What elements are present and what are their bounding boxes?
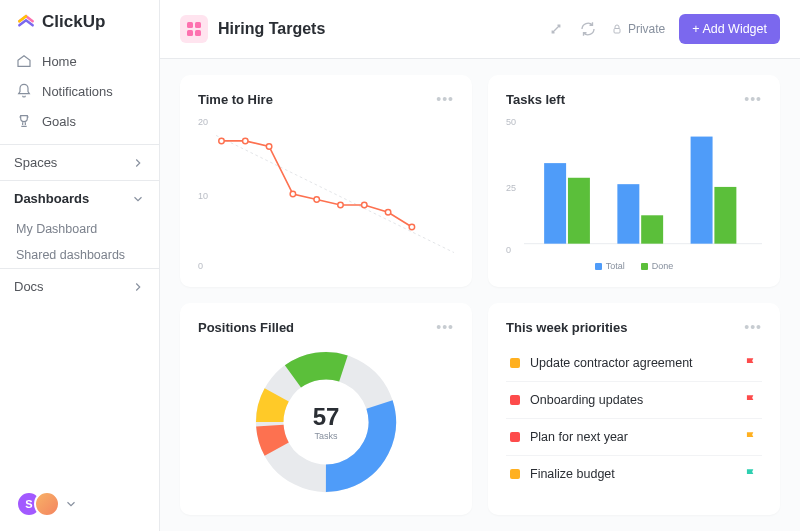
list-item[interactable]: Finalize budget bbox=[506, 456, 762, 492]
card-menu-icon[interactable]: ••• bbox=[744, 319, 762, 335]
svg-point-9 bbox=[385, 210, 390, 215]
avatar bbox=[34, 491, 60, 517]
page-title: Hiring Targets bbox=[218, 20, 325, 38]
card-positions-filled: Positions Filled ••• 57 Tasks bbox=[180, 303, 472, 515]
section-docs-label: Docs bbox=[14, 279, 44, 294]
chevron-down-icon bbox=[64, 497, 78, 511]
y-tick: 0 bbox=[506, 245, 511, 255]
donut-chart: 57 Tasks bbox=[198, 345, 454, 499]
brand-logo[interactable]: ClickUp bbox=[0, 0, 159, 46]
svg-point-7 bbox=[338, 202, 343, 207]
refresh-icon[interactable] bbox=[579, 20, 597, 38]
status-square-icon bbox=[510, 395, 520, 405]
svg-rect-15 bbox=[641, 215, 663, 243]
chevron-right-icon bbox=[131, 156, 145, 170]
card-title: Tasks left bbox=[506, 92, 565, 107]
chevron-down-icon bbox=[131, 192, 145, 206]
card-title: Time to Hire bbox=[198, 92, 273, 107]
section-dashboards-header[interactable]: Dashboards bbox=[0, 181, 159, 216]
list-item[interactable]: Plan for next year bbox=[506, 419, 762, 456]
svg-point-8 bbox=[362, 202, 367, 207]
priority-label: Onboarding updates bbox=[530, 393, 643, 407]
svg-rect-14 bbox=[617, 184, 639, 244]
section-dashboards-label: Dashboards bbox=[14, 191, 89, 206]
chart-legend: Total Done bbox=[506, 261, 762, 271]
card-menu-icon[interactable]: ••• bbox=[744, 91, 762, 107]
svg-point-6 bbox=[314, 197, 319, 202]
chevron-right-icon bbox=[131, 280, 145, 294]
legend-item: Done bbox=[641, 261, 674, 271]
sidebar-item-shared-dashboards[interactable]: Shared dashboards bbox=[0, 242, 159, 268]
nav-goals-label: Goals bbox=[42, 114, 76, 129]
svg-rect-0 bbox=[614, 29, 620, 34]
sidebar-item-my-dashboard[interactable]: My Dashboard bbox=[0, 216, 159, 242]
list-item[interactable]: Onboarding updates bbox=[506, 382, 762, 419]
bar-chart: 50 25 0 bbox=[506, 117, 762, 255]
nav-goals[interactable]: Goals bbox=[0, 106, 159, 136]
nav-notifications-label: Notifications bbox=[42, 84, 113, 99]
y-tick: 0 bbox=[198, 261, 203, 271]
trophy-icon bbox=[16, 113, 32, 129]
card-title: This week priorities bbox=[506, 320, 627, 335]
privacy-indicator[interactable]: Private bbox=[611, 22, 665, 36]
top-actions: Private + Add Widget bbox=[547, 14, 780, 44]
dashboard-icon bbox=[180, 15, 208, 43]
flag-icon bbox=[744, 393, 758, 407]
svg-line-1 bbox=[216, 135, 454, 252]
card-priorities: This week priorities ••• Update contract… bbox=[488, 303, 780, 515]
priority-label: Finalize budget bbox=[530, 467, 615, 481]
line-chart: 20 10 0 bbox=[198, 117, 454, 271]
status-square-icon bbox=[510, 432, 520, 442]
primary-nav: Home Notifications Goals bbox=[0, 46, 159, 144]
clickup-logo-icon bbox=[16, 12, 36, 32]
lock-icon bbox=[611, 23, 623, 35]
user-avatars[interactable]: S bbox=[0, 477, 159, 531]
section-dashboards: Dashboards My Dashboard Shared dashboard… bbox=[0, 180, 159, 268]
nav-home-label: Home bbox=[42, 54, 77, 69]
card-menu-icon[interactable]: ••• bbox=[436, 319, 454, 335]
svg-rect-16 bbox=[691, 137, 713, 244]
flag-icon bbox=[744, 356, 758, 370]
status-square-icon bbox=[510, 469, 520, 479]
y-tick: 20 bbox=[198, 117, 208, 127]
legend-item: Total bbox=[595, 261, 625, 271]
section-docs: Docs bbox=[0, 268, 159, 304]
svg-rect-12 bbox=[544, 163, 566, 244]
svg-point-4 bbox=[266, 144, 271, 149]
nav-home[interactable]: Home bbox=[0, 46, 159, 76]
svg-point-3 bbox=[243, 138, 248, 143]
home-icon bbox=[16, 53, 32, 69]
donut-label: Tasks bbox=[313, 431, 340, 441]
svg-rect-13 bbox=[568, 178, 590, 244]
bell-icon bbox=[16, 83, 32, 99]
brand-name: ClickUp bbox=[42, 12, 105, 32]
privacy-label: Private bbox=[628, 22, 665, 36]
section-spaces-label: Spaces bbox=[14, 155, 57, 170]
svg-point-2 bbox=[219, 138, 224, 143]
sidebar: ClickUp Home Notifications Goals Spaces … bbox=[0, 0, 160, 531]
add-widget-button[interactable]: + Add Widget bbox=[679, 14, 780, 44]
y-tick: 50 bbox=[506, 117, 516, 127]
svg-point-5 bbox=[290, 191, 295, 196]
card-time-to-hire: Time to Hire ••• 20 10 0 bbox=[180, 75, 472, 287]
list-item[interactable]: Update contractor agreement bbox=[506, 345, 762, 382]
y-tick: 10 bbox=[198, 191, 208, 201]
section-spaces: Spaces bbox=[0, 144, 159, 180]
svg-rect-17 bbox=[714, 187, 736, 244]
donut-value: 57 bbox=[313, 403, 340, 431]
topbar: Hiring Targets Private + Add Widget bbox=[160, 0, 800, 59]
main-content: Hiring Targets Private + Add Widget Time… bbox=[160, 0, 800, 531]
card-tasks-left: Tasks left ••• 50 25 0 Total bbox=[488, 75, 780, 287]
card-menu-icon[interactable]: ••• bbox=[436, 91, 454, 107]
priority-label: Plan for next year bbox=[530, 430, 628, 444]
flag-icon bbox=[744, 430, 758, 444]
priority-label: Update contractor agreement bbox=[530, 356, 693, 370]
card-title: Positions Filled bbox=[198, 320, 294, 335]
expand-icon[interactable] bbox=[547, 20, 565, 38]
status-square-icon bbox=[510, 358, 520, 368]
nav-notifications[interactable]: Notifications bbox=[0, 76, 159, 106]
section-spaces-header[interactable]: Spaces bbox=[0, 145, 159, 180]
section-docs-header[interactable]: Docs bbox=[0, 269, 159, 304]
widget-grid: Time to Hire ••• 20 10 0 bbox=[160, 59, 800, 531]
priority-list: Update contractor agreement Onboarding u… bbox=[506, 345, 762, 492]
